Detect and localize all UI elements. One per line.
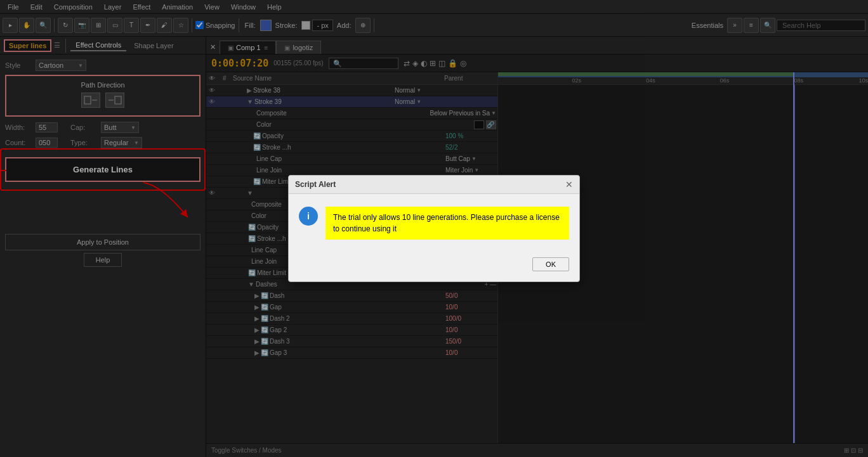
dialog-close-button[interactable]: ✕ [565,179,573,190]
dialog-title: Script Alert [295,180,336,189]
script-alert-dialog: Script Alert ✕ i The trial only allows 1… [288,175,580,282]
info-icon: i [299,207,318,226]
dialog-footer: OK [289,252,579,281]
dialog-message: The trial only allows 10 line generation… [326,207,569,240]
dialog-overlay: Script Alert ✕ i The trial only allows 1… [0,0,868,457]
dialog-ok-button[interactable]: OK [532,257,569,271]
dialog-titlebar: Script Alert ✕ [289,176,579,194]
dialog-body: i The trial only allows 10 line generati… [289,194,579,252]
